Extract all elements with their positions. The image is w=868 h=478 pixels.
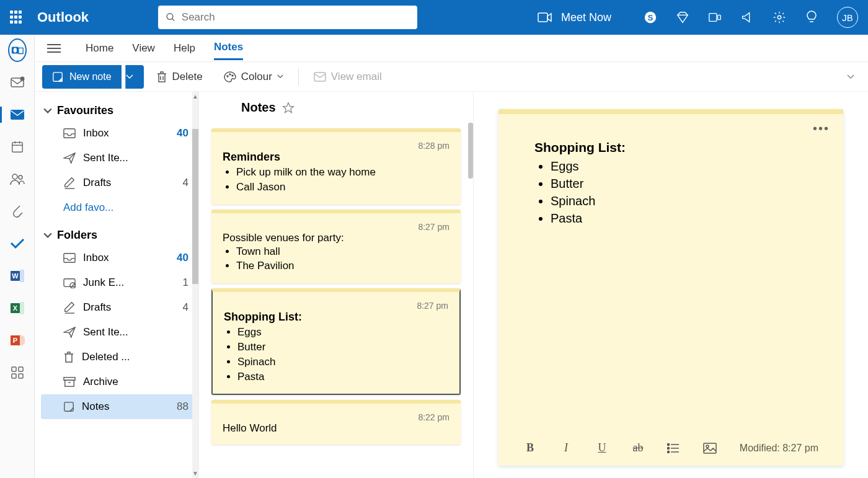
- delete-button[interactable]: Delete: [148, 65, 211, 89]
- rail-calendar-icon[interactable]: [8, 138, 27, 156]
- note-card[interactable]: 8:28 pmRemindersPick up milk on the way …: [211, 128, 461, 205]
- note-card[interactable]: 8:27 pmShopping List:EggsButterSpinachPa…: [211, 288, 461, 395]
- italic-button[interactable]: I: [559, 441, 573, 454]
- image-button[interactable]: [703, 443, 717, 454]
- rail-people-icon[interactable]: [8, 170, 27, 188]
- folder-icon: [63, 153, 76, 164]
- rail-todo-icon[interactable]: [8, 234, 27, 253]
- sidebar-scrollbar[interactable]: ▲ ▼: [192, 92, 198, 478]
- add-favourite-link[interactable]: Add favo...: [41, 195, 195, 220]
- folder-label: Inbox: [83, 252, 109, 264]
- toolbar-overflow[interactable]: [847, 74, 861, 79]
- folder-icon: [63, 252, 76, 263]
- tab-help[interactable]: Help: [174, 37, 195, 60]
- search-input[interactable]: [182, 11, 410, 24]
- note-icon: [52, 71, 63, 82]
- chevron-down-icon: [277, 74, 283, 79]
- strikethrough-button[interactable]: ab: [631, 441, 645, 454]
- folder-icon: [63, 327, 76, 338]
- note-time: 8:22 pm: [223, 412, 450, 422]
- search-box[interactable]: [158, 6, 417, 29]
- hamburger-icon[interactable]: [47, 44, 61, 53]
- note-body: Hello World: [223, 422, 450, 435]
- svg-rect-2: [538, 13, 547, 22]
- folder-label: Drafts: [83, 301, 111, 314]
- colour-button[interactable]: Colour: [215, 65, 292, 89]
- user-avatar[interactable]: JB: [837, 7, 858, 28]
- svg-point-52: [668, 443, 670, 445]
- folder-item-drafts[interactable]: Drafts4: [41, 170, 195, 195]
- svg-rect-6: [718, 15, 721, 19]
- svg-text:S: S: [648, 13, 653, 22]
- folder-label: Archive: [83, 376, 118, 388]
- folder-item-notes[interactable]: Notes88: [41, 394, 195, 419]
- folder-item-archive[interactable]: Archive: [41, 370, 195, 394]
- svg-point-20: [19, 175, 22, 179]
- note-title: Reminders: [223, 151, 450, 164]
- chevron-down-icon: [126, 74, 133, 79]
- folder-item-drafts[interactable]: Drafts4: [41, 295, 195, 320]
- announcements-icon[interactable]: [740, 11, 754, 24]
- note-card[interactable]: 8:27 pmPossible venues for party:Town ha…: [211, 210, 461, 284]
- tips-icon[interactable]: [805, 11, 818, 24]
- note-time: 8:27 pm: [223, 222, 450, 232]
- app-launcher-icon[interactable]: [10, 11, 24, 24]
- star-icon[interactable]: [282, 102, 294, 114]
- view-email-label: View email: [331, 71, 382, 83]
- svg-point-19: [12, 174, 17, 179]
- note-body: Pick up milk on the way homeCall Jason: [223, 165, 450, 195]
- tab-notes[interactable]: Notes: [214, 36, 243, 60]
- rail-more-apps-icon[interactable]: [8, 363, 27, 382]
- folder-item-inbox[interactable]: Inbox40: [41, 246, 195, 270]
- view-email-button: View email: [305, 65, 391, 89]
- meet-now-button[interactable]: Meet Now: [538, 11, 611, 24]
- note-content[interactable]: Shopping List: EggsButterSpinachPasta: [517, 125, 825, 438]
- colour-label: Colour: [241, 71, 272, 83]
- svg-text:P: P: [12, 337, 17, 344]
- folder-item-sentite[interactable]: Sent Ite...: [41, 146, 195, 170]
- app-header: Outlook Meet Now S JB: [0, 0, 868, 35]
- avatar-initials: JB: [842, 12, 853, 23]
- svg-rect-42: [64, 254, 75, 263]
- note-detail-title: Shopping List:: [534, 140, 807, 155]
- notes-scrollbar[interactable]: [468, 123, 473, 179]
- folder-label: Inbox: [83, 127, 109, 139]
- folders-header[interactable]: Folders: [41, 225, 195, 246]
- underline-button[interactable]: U: [595, 441, 609, 454]
- folder-item-deleted[interactable]: Deleted ...: [41, 345, 195, 370]
- rail-word-icon[interactable]: W: [8, 267, 27, 285]
- folder-count: 4: [183, 301, 188, 314]
- note-menu-icon[interactable]: •••: [813, 122, 830, 136]
- svg-rect-14: [11, 110, 24, 120]
- teams-icon[interactable]: [708, 11, 722, 24]
- folder-count: 88: [177, 401, 188, 413]
- rail-mail-icon[interactable]: [8, 105, 27, 124]
- svg-point-59: [706, 445, 709, 448]
- settings-icon[interactable]: [773, 11, 786, 24]
- note-card[interactable]: 8:22 pmHello World: [211, 400, 461, 445]
- bullet-list-button[interactable]: [667, 443, 681, 453]
- folder-item-inbox[interactable]: Inbox40: [41, 121, 195, 146]
- folder-item-junke[interactable]: Junk E...1: [41, 270, 195, 295]
- rail-new-mail-icon[interactable]: +: [8, 73, 27, 92]
- note-title: Shopping List:: [224, 311, 448, 324]
- rail-files-icon[interactable]: [8, 202, 27, 221]
- note-detail-item: Spinach: [551, 192, 807, 210]
- bold-button[interactable]: B: [523, 441, 537, 454]
- tab-view[interactable]: View: [132, 37, 155, 60]
- svg-rect-31: [19, 367, 23, 371]
- folder-count: 40: [177, 252, 188, 264]
- premium-icon[interactable]: [676, 11, 689, 24]
- favourites-header[interactable]: Favourites: [41, 100, 195, 121]
- new-note-button[interactable]: New note: [42, 65, 122, 89]
- folder-label: Deleted ...: [82, 351, 130, 363]
- rail-powerpoint-icon[interactable]: P: [8, 331, 27, 350]
- svg-rect-32: [12, 374, 16, 378]
- skype-icon[interactable]: S: [644, 11, 657, 24]
- rail-excel-icon[interactable]: X: [8, 299, 27, 317]
- new-note-dropdown[interactable]: [125, 65, 144, 89]
- rail-outlook[interactable]: [8, 41, 27, 60]
- search-icon: [166, 12, 176, 23]
- folder-item-sentite[interactable]: Sent Ite...: [41, 320, 195, 345]
- tab-home[interactable]: Home: [86, 37, 113, 60]
